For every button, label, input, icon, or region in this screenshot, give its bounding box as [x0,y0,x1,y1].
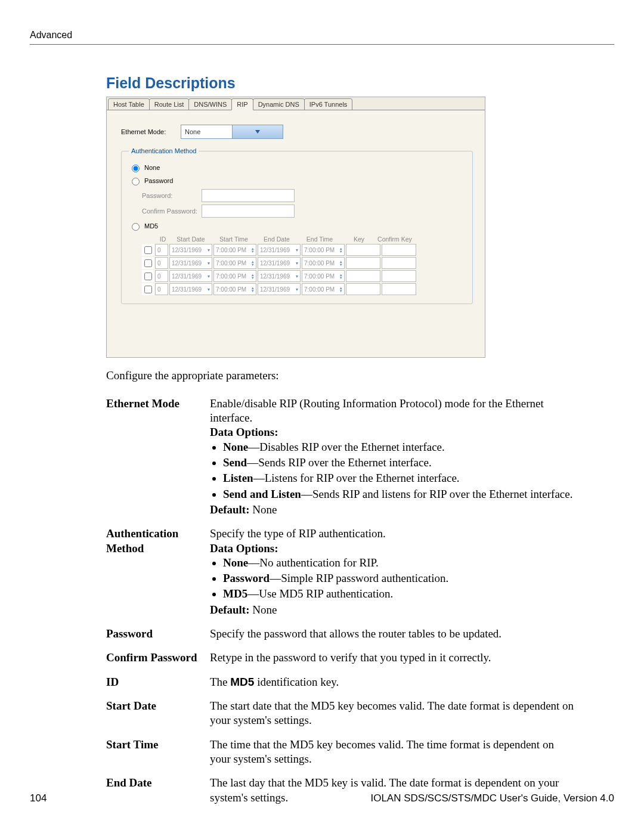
desc-id: The MD5 identification key. [210,673,577,696]
md5-end-date-cell[interactable]: 12/31/1969▾ [258,283,301,295]
option-item: Password—Simple RIP password authenticat… [223,571,577,586]
md5-end-time-cell[interactable]: 7:00:00 PM▴▾ [302,270,345,282]
desc-password: Specify the password that allows the rou… [210,624,577,648]
md5-end-time-cell[interactable]: 7:00:00 PM▴▾ [302,244,345,256]
option-item: None—No authentication for RIP. [223,556,577,570]
tab-ipv6[interactable]: IPv6 Tunnels [304,98,353,110]
md5-start-time-cell[interactable]: 7:00:00 PM▴▾ [213,270,256,282]
md5-start-date-cell[interactable]: 12/31/1969▾ [169,244,212,256]
md5-id-cell[interactable]: 0 [155,244,168,256]
md5-confirm-key-cell[interactable] [382,257,416,269]
ethernet-mode-select[interactable]: None [181,125,283,139]
auth-method-fieldset: Authentication Method None Password Pass… [121,147,473,304]
section-title: Field Descriptions [106,75,614,92]
md5-start-time-cell[interactable]: 7:00:00 PM▴▾ [213,283,256,295]
option-item: Listen—Listens for RIP over the Ethernet… [223,471,577,485]
page-number: 104 [30,792,47,804]
tab-strip: Host Table Route List DNS/WINS RIP Dynam… [107,97,485,110]
md5-end-date-cell[interactable]: 12/31/1969▾ [258,270,301,282]
term-start-date: Start Date [106,696,210,735]
radio-md5-label[interactable]: MD5 [144,222,158,230]
md5-row: 012/31/1969▾7:00:00 PM▴▾12/31/1969▾7:00:… [142,244,465,256]
field-descriptions-table: Ethernet Mode Enable/disable RIP (Routin… [106,394,577,812]
chevron-down-icon [232,125,283,138]
tab-dyn-dns[interactable]: Dynamic DNS [253,98,305,110]
term-start-time: Start Time [106,735,210,774]
md5-enable-checkbox[interactable] [144,286,152,293]
radio-md5[interactable] [132,223,140,231]
md5-end-time-cell[interactable]: 7:00:00 PM▴▾ [302,257,345,269]
md5-end-time-cell[interactable]: 7:00:00 PM▴▾ [302,283,345,295]
desc-confirm-password: Retype in the password to verify that yo… [210,648,577,672]
md5-start-date-cell[interactable]: 12/31/1969▾ [169,283,212,295]
md5-confirm-key-cell[interactable] [382,283,416,295]
option-item: MD5—Use MD5 RIP authentication. [223,587,577,601]
md5-confirm-key-cell[interactable] [382,270,416,282]
option-item: Send and Listen—Sends RIP and listens fo… [223,487,577,501]
option-item: None—Disables RIP over the Ethernet inte… [223,440,577,454]
md5-start-date-cell[interactable]: 12/31/1969▾ [169,257,212,269]
md5-end-date-cell[interactable]: 12/31/1969▾ [258,257,301,269]
term-ethernet-mode: Ethernet Mode [106,394,210,525]
desc-auth-method: Specify the type of RIP authentication. … [210,524,577,624]
desc-start-date: The start date that the MD5 key becomes … [210,696,577,735]
md5-start-time-cell[interactable]: 7:00:00 PM▴▾ [213,244,256,256]
md5-end-date-cell[interactable]: 12/31/1969▾ [258,244,301,256]
md5-start-time-cell[interactable]: 7:00:00 PM▴▾ [213,257,256,269]
auth-method-legend: Authentication Method [129,147,199,154]
radio-none-label[interactable]: None [144,164,160,171]
term-password: Password [106,624,210,648]
password-input[interactable] [202,189,295,202]
confirm-password-label: Confirm Password: [142,208,202,215]
tab-rip[interactable]: RIP [231,98,253,110]
md5-enable-checkbox[interactable] [144,272,152,280]
md5-key-cell[interactable] [346,283,380,295]
desc-start-time: The time that the MD5 key becomes valid.… [210,735,577,774]
page-header: Advanced [30,30,614,45]
rip-dialog: Host Table Route List DNS/WINS RIP Dynam… [106,97,485,358]
tab-host-table[interactable]: Host Table [108,98,150,110]
md5-row: 012/31/1969▾7:00:00 PM▴▾12/31/1969▾7:00:… [142,283,465,295]
md5-id-cell[interactable]: 0 [155,270,168,282]
radio-none[interactable] [132,165,140,172]
md5-key-cell[interactable] [346,270,380,282]
ethernet-mode-value: None [181,128,232,135]
tab-dns-wins[interactable]: DNS/WINS [188,98,232,110]
md5-id-cell[interactable]: 0 [155,257,168,269]
confirm-password-input[interactable] [202,205,295,218]
md5-rows: 012/31/1969▾7:00:00 PM▴▾12/31/1969▾7:00:… [142,244,465,295]
md5-confirm-key-cell[interactable] [382,244,416,256]
term-confirm-password: Confirm Password [106,648,210,672]
option-item: Send—Sends RIP over the Ethernet interfa… [223,456,577,470]
md5-start-date-cell[interactable]: 12/31/1969▾ [169,270,212,282]
md5-row: 012/31/1969▾7:00:00 PM▴▾12/31/1969▾7:00:… [142,270,465,282]
ethernet-mode-label: Ethernet Mode: [121,128,181,135]
radio-password-label[interactable]: Password [144,177,173,184]
md5-enable-checkbox[interactable] [144,246,152,254]
intro-text: Configure the appropriate parameters: [106,368,571,383]
desc-ethernet-mode: Enable/disable RIP (Routing Information … [210,394,577,525]
md5-key-cell[interactable] [346,244,380,256]
md5-enable-checkbox[interactable] [144,259,152,267]
md5-row: 012/31/1969▾7:00:00 PM▴▾12/31/1969▾7:00:… [142,257,465,269]
tab-route-list[interactable]: Route List [149,98,190,110]
password-label: Password: [142,192,202,199]
term-id: ID [106,673,210,696]
page-footer: 104 IOLAN SDS/SCS/STS/MDC User's Guide, … [30,792,614,804]
md5-key-cell[interactable] [346,257,380,269]
radio-password[interactable] [132,178,140,185]
md5-id-cell[interactable]: 0 [155,283,168,295]
doc-title: IOLAN SDS/SCS/STS/MDC User's Guide, Vers… [370,792,614,804]
term-auth-method: AuthenticationMethod [106,524,210,624]
md5-headers: ID Start Date Start Time End Date End Ti… [142,236,465,243]
